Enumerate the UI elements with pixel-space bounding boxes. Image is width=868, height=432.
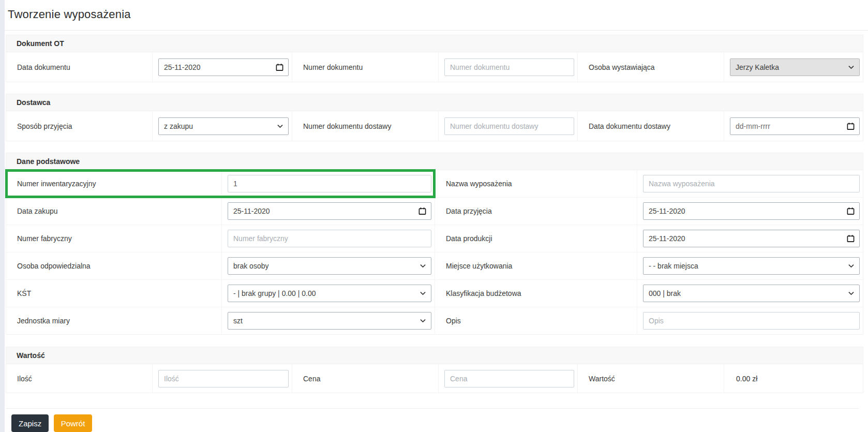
kst-select[interactable]: - | brak grupy | 0.00 | 0.00 bbox=[228, 285, 431, 302]
field-control bbox=[439, 117, 577, 135]
field-numer-dokumentu: Numer dokumentu bbox=[292, 52, 577, 82]
field-control bbox=[637, 202, 863, 220]
field-control bbox=[222, 175, 435, 192]
field-control: brak osoby bbox=[222, 257, 435, 275]
field-control bbox=[222, 230, 435, 247]
data-dokumentu-input[interactable] bbox=[158, 58, 289, 76]
select-value: - - brak miejsca bbox=[649, 262, 698, 270]
field-data-produkcji: Data produkcji bbox=[435, 225, 863, 252]
calendar-icon[interactable] bbox=[276, 63, 283, 71]
back-button[interactable]: Powrót bbox=[54, 414, 93, 432]
data-dokumentu-dostawy-input[interactable] bbox=[730, 117, 860, 135]
data-produkcji-input[interactable] bbox=[643, 230, 860, 247]
save-button[interactable]: Zapisz bbox=[11, 414, 49, 432]
section-dokument-ot: Dokument OT Data dokumentu Numer dok bbox=[6, 35, 863, 82]
numer-fabryczny-input[interactable] bbox=[228, 230, 431, 247]
field-label: Data dokumentu bbox=[6, 52, 153, 82]
field-data-przyjecia: Data przyjęcia bbox=[435, 198, 863, 225]
form-row: KŚT - | brak grupy | 0.00 | 0.00 Klasyfi… bbox=[6, 279, 863, 307]
form-row: Ilość Cena Wartość 0.00 zł bbox=[6, 364, 863, 393]
field-control bbox=[153, 370, 292, 388]
field-label: Cena bbox=[292, 364, 439, 393]
field-sposob-przyjecia: Sposób przyjęcia z zakupu bbox=[6, 111, 292, 141]
field-control bbox=[637, 312, 863, 330]
field-label: Numer inwentaryzacyjny bbox=[6, 170, 222, 197]
select-value: - | brak grupy | 0.00 | 0.00 bbox=[233, 289, 316, 297]
form-row: Numer inwentaryzacyjny Nazwa wyposażenia bbox=[6, 170, 863, 197]
field-label: Data dokumentu dostawy bbox=[578, 111, 724, 141]
miejsce-uzytkowania-select[interactable]: - - brak miejsca bbox=[643, 257, 860, 275]
field-control: szt bbox=[222, 312, 435, 330]
page-header: Tworzenie wyposażenia bbox=[5, 0, 868, 31]
field-label: Opis bbox=[435, 307, 637, 334]
calendar-icon[interactable] bbox=[847, 207, 855, 215]
data-zakupu-input[interactable] bbox=[228, 202, 431, 220]
equipment-form: Dokument OT Data dokumentu Numer dok bbox=[6, 35, 863, 432]
cena-input[interactable] bbox=[444, 370, 574, 388]
field-klasyfikacja-budzetowa: Klasyfikacja budżetowa 000 | brak bbox=[435, 280, 863, 307]
calendar-icon[interactable] bbox=[847, 122, 855, 130]
chevron-down-icon bbox=[420, 291, 426, 295]
field-label: Osoba odpowiedzialna bbox=[6, 252, 222, 279]
field-data-dokumentu: Data dokumentu bbox=[6, 52, 292, 82]
field-control bbox=[724, 117, 863, 135]
select-value: Jerzy Kaletka bbox=[736, 63, 779, 71]
field-control bbox=[637, 175, 863, 192]
field-control bbox=[439, 58, 577, 76]
field-label: Data przyjęcia bbox=[435, 198, 637, 225]
field-label: Data produkcji bbox=[435, 225, 637, 252]
field-label: Wartość bbox=[578, 364, 724, 393]
field-kst: KŚT - | brak grupy | 0.00 | 0.00 bbox=[6, 280, 435, 307]
ilosc-input[interactable] bbox=[158, 370, 289, 388]
field-label: Osoba wystawiająca bbox=[578, 52, 724, 82]
field-label: Numer dokumentu bbox=[292, 52, 439, 82]
field-control bbox=[222, 202, 435, 220]
date-input-wrapper bbox=[228, 202, 431, 220]
field-osoba-odpowiedzialna: Osoba odpowiedzialna brak osoby bbox=[6, 252, 435, 279]
opis-input[interactable] bbox=[643, 312, 860, 330]
field-cena: Cena bbox=[292, 364, 577, 393]
chevron-down-icon bbox=[420, 319, 426, 323]
calendar-icon[interactable] bbox=[847, 235, 855, 243]
field-control: 000 | brak bbox=[637, 285, 863, 302]
form-row: Sposób przyjęcia z zakupu Numer dokument… bbox=[6, 111, 863, 141]
field-label: Data zakupu bbox=[6, 198, 222, 225]
nazwa-wyposazenia-input[interactable] bbox=[643, 175, 860, 192]
field-label: KŚT bbox=[6, 280, 222, 307]
field-opis: Opis bbox=[435, 307, 863, 334]
field-nazwa-wyposazenia: Nazwa wyposażenia bbox=[435, 170, 863, 197]
section-title-dane-podstawowe: Dane podstawowe bbox=[6, 153, 863, 170]
field-label: Sposób przyjęcia bbox=[6, 111, 153, 141]
select-value: 000 | brak bbox=[649, 289, 681, 297]
chevron-down-icon bbox=[277, 124, 283, 128]
numer-dokumentu-dostawy-input[interactable] bbox=[444, 117, 574, 135]
select-value: z zakupu bbox=[164, 122, 193, 130]
klasyfikacja-budzetowa-select[interactable]: 000 | brak bbox=[643, 285, 860, 302]
data-przyjecia-input[interactable] bbox=[643, 202, 860, 220]
numer-inwentaryzacyjny-input[interactable] bbox=[228, 175, 431, 192]
numer-dokumentu-input[interactable] bbox=[444, 58, 574, 76]
field-label: Nazwa wyposażenia bbox=[435, 170, 637, 197]
field-data-dokumentu-dostawy: Data dokumentu dostawy bbox=[577, 111, 863, 141]
calendar-icon[interactable] bbox=[418, 207, 426, 215]
osoba-wystawiajaca-select[interactable]: Jerzy Kaletka bbox=[730, 58, 860, 76]
field-numer-inwentaryzacyjny: Numer inwentaryzacyjny bbox=[6, 170, 435, 197]
main-content: Tworzenie wyposażenia Dokument OT Data d… bbox=[5, 0, 868, 432]
date-input-wrapper bbox=[730, 117, 860, 135]
sidebar-edge-strip bbox=[0, 0, 5, 432]
field-numer-dokumentu-dostawy: Numer dokumentu dostawy bbox=[292, 111, 577, 141]
section-title-dokument-ot: Dokument OT bbox=[6, 35, 863, 52]
chevron-down-icon bbox=[848, 264, 854, 268]
field-label: Ilość bbox=[6, 364, 153, 393]
field-label: Jednostka miary bbox=[6, 307, 222, 334]
field-osoba-wystawiajaca: Osoba wystawiająca Jerzy Kaletka bbox=[577, 52, 863, 82]
jednostka-miary-select[interactable]: szt bbox=[228, 312, 431, 330]
osoba-odpowiedzialna-select[interactable]: brak osoby bbox=[228, 257, 431, 275]
sposob-przyjecia-select[interactable]: z zakupu bbox=[158, 117, 289, 135]
field-control: - - brak miejsca bbox=[637, 257, 863, 275]
chevron-down-icon bbox=[848, 291, 854, 295]
field-control: - | brak grupy | 0.00 | 0.00 bbox=[222, 285, 435, 302]
field-numer-fabryczny: Numer fabryczny bbox=[6, 225, 435, 252]
field-label: Numer fabryczny bbox=[6, 225, 222, 252]
form-row: Data dokumentu Numer dokumentu bbox=[6, 52, 863, 82]
